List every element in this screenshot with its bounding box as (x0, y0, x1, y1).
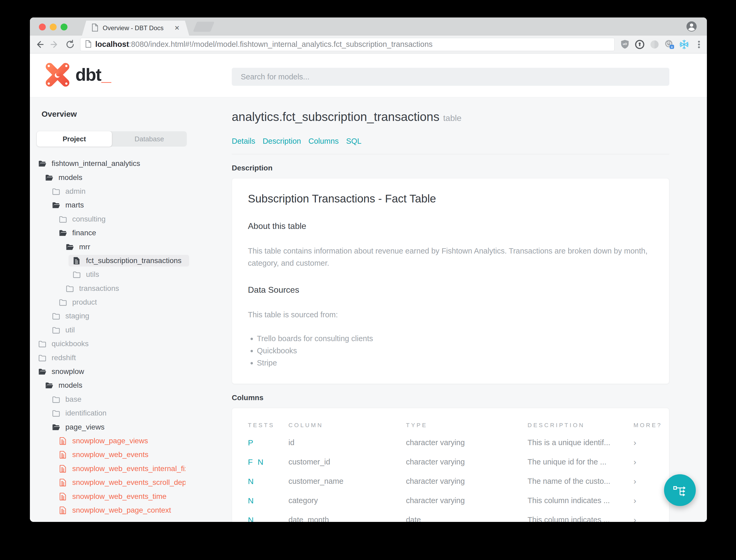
folder-open-icon (65, 242, 74, 251)
tree-item[interactable]: snowplow_page_views (30, 434, 232, 448)
power-extension-icon[interactable]: x (664, 39, 675, 50)
column-row[interactable]: N customer_name character varying The na… (248, 472, 653, 491)
tab-project[interactable]: Project (37, 131, 112, 147)
column-row[interactable]: F N customer_id character varying The un… (248, 452, 653, 472)
url-host: localhost (95, 40, 129, 48)
header-tests: TESTS (248, 422, 288, 429)
tree-item[interactable]: utils (30, 268, 232, 281)
column-description: This column indicates ... (527, 496, 621, 505)
tree-item[interactable]: mrr (30, 240, 232, 254)
model-file-red-icon (58, 464, 67, 473)
tree-item[interactable]: snowplow_web_events (30, 448, 232, 462)
column-expand[interactable] (621, 476, 653, 486)
tree-item[interactable]: finance (30, 226, 232, 240)
extension-icons: uO x (619, 39, 705, 50)
tree-item[interactable]: admin (30, 184, 232, 198)
column-type: character varying (406, 438, 527, 447)
tree-item-label: mrr (79, 243, 90, 251)
search-input[interactable] (232, 68, 669, 86)
tree-item-label: utils (86, 270, 99, 279)
browser-profile-icon[interactable] (686, 21, 697, 32)
tree-item[interactable]: snowplow_web_events_scroll_depth (30, 476, 232, 489)
folder-icon (65, 284, 74, 293)
data-sources-list: Trello boards for consulting clientsQuic… (257, 332, 653, 369)
tab-database[interactable]: Database (112, 131, 187, 147)
ublock-extension-icon[interactable]: uO (619, 39, 630, 50)
new-tab-button[interactable] (193, 22, 214, 32)
lineage-graph-fab-button[interactable] (664, 474, 696, 506)
tree-item[interactable]: snowplow (30, 365, 232, 378)
sidebar-title: Overview (42, 110, 232, 119)
column-expand[interactable] (621, 515, 653, 522)
tree-item[interactable]: snowplow_web_page_context (30, 503, 232, 517)
tab-close-icon[interactable] (174, 24, 180, 32)
nav-divider (232, 154, 669, 154)
zoom-window-button[interactable] (61, 24, 67, 30)
tree-item[interactable]: util (30, 323, 232, 337)
tree-item[interactable]: base (30, 392, 232, 406)
browser-tab[interactable]: Overview - DBT Docs (82, 21, 189, 35)
tree-item[interactable]: fishtown_internal_analytics (30, 157, 232, 170)
sidebar: Overview Project Database (30, 97, 232, 522)
model-nav-link[interactable]: Columns (309, 137, 339, 146)
model-nav-link[interactable]: Details (232, 137, 255, 146)
column-description: This column indicates ... (527, 516, 621, 522)
folder-icon (38, 339, 47, 348)
app-header: dbt_ (30, 53, 707, 97)
column-description: This is a unique identif... (527, 438, 621, 447)
column-expand[interactable] (621, 438, 653, 448)
columns-table-body: P id character varying This is a unique … (248, 433, 653, 522)
minimize-window-button[interactable] (50, 24, 57, 30)
refresh-button[interactable] (64, 39, 76, 50)
column-row[interactable]: N date_month date This column indicates … (248, 510, 653, 522)
tree-item[interactable]: staging (30, 309, 232, 323)
tree-item[interactable]: consulting (30, 212, 232, 226)
file-tree: fishtown_internal_analytics (30, 157, 232, 517)
dbt-logo[interactable]: dbt_ (45, 62, 111, 87)
model-nav-link[interactable]: SQL (346, 137, 362, 146)
tree-item[interactable]: models (30, 378, 232, 392)
gray-circle-extension-icon[interactable] (649, 39, 660, 50)
tree-item[interactable]: models (30, 170, 232, 184)
column-row[interactable]: N category character varying This column… (248, 491, 653, 510)
tree-item[interactable]: page_views (30, 420, 232, 434)
column-expand[interactable] (621, 457, 653, 467)
column-name: customer_id (288, 458, 406, 466)
snowflake-extension-icon[interactable] (679, 39, 690, 50)
back-button[interactable] (34, 39, 45, 50)
column-row[interactable]: P id character varying This is a unique … (248, 433, 653, 452)
tree-item[interactable]: product (30, 295, 232, 309)
folder-icon (52, 311, 61, 320)
folder-icon (58, 298, 67, 307)
description-card: Subscription Transactions - Fact Table A… (232, 178, 669, 384)
svg-text:x: x (671, 45, 673, 48)
url-page-icon (85, 40, 92, 49)
lineage-graph-icon (672, 482, 688, 498)
tree-item[interactable]: marts (30, 198, 232, 212)
tree-item[interactable]: redshift (30, 351, 232, 364)
model-file-red-icon (58, 450, 67, 459)
browser-tab-strip: Overview - DBT Docs (30, 17, 707, 35)
column-tests: N (248, 516, 288, 522)
model-nav-link[interactable]: Description (263, 137, 301, 146)
column-expand[interactable] (621, 496, 653, 505)
tree-item[interactable]: quickbooks (30, 337, 232, 351)
tree-item[interactable]: identification (30, 406, 232, 420)
onepassword-extension-icon[interactable] (634, 39, 645, 50)
chevron-right-icon (633, 476, 636, 486)
tree-item[interactable]: snowplow_web_events_time (30, 489, 232, 503)
url-bar[interactable]: localhost:8080/index.html#!/model/model.… (80, 38, 615, 51)
data-source-item: Quickbooks (257, 345, 653, 357)
close-window-button[interactable] (39, 24, 46, 30)
tree-item[interactable]: snowplow_web_events_internal_fixed (30, 462, 232, 476)
tree-item-label: models (58, 381, 82, 390)
browser-menu-kebab-icon[interactable] (693, 39, 705, 50)
dbt-logo-text: dbt (75, 65, 101, 84)
forward-button[interactable] (49, 39, 61, 50)
tree-item[interactable]: fct_subscription_transactions (30, 254, 232, 268)
columns-table-header: TESTS COLUMN TYPE DESCRIPTION MORE? (248, 422, 653, 429)
tree-item[interactable]: transactions (30, 282, 232, 295)
tree-item-label: redshift (52, 354, 76, 362)
tree-item-label: snowplow_web_events_time (72, 492, 166, 501)
description-section-label: Description (232, 164, 669, 172)
